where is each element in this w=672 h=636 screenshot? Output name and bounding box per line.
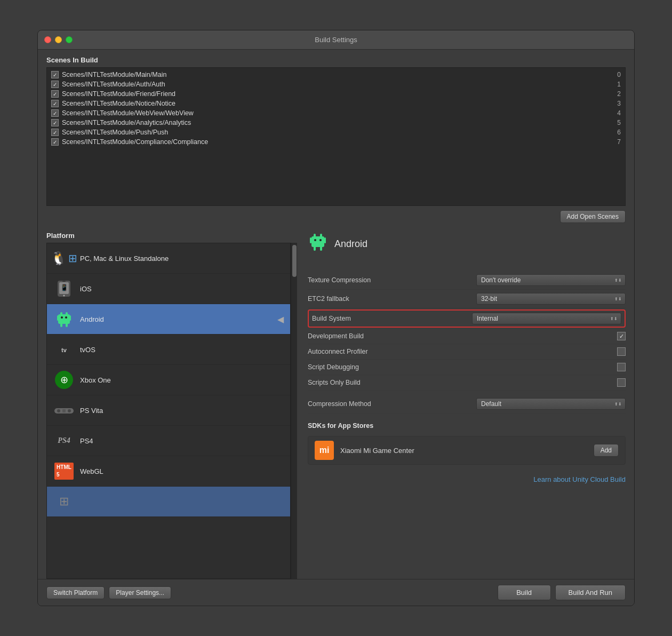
svg-rect-10 [57, 315, 59, 321]
xbox-logo-icon: ⊕ [55, 371, 73, 389]
scene-checkbox-6[interactable] [51, 129, 59, 136]
table-row[interactable]: Scenes/INTLTestModule/Analytics/Analytic… [47, 118, 625, 128]
scene-checkbox-2[interactable] [51, 90, 59, 98]
platform-item-more[interactable]: ⊞ [47, 487, 290, 517]
titlebar-buttons [44, 36, 73, 43]
table-row[interactable]: Scenes/INTLTestModule/WebView/WebView 4 [47, 108, 625, 118]
platform-item-android[interactable]: Android ◀ [47, 304, 290, 335]
build-system-dropdown[interactable]: Internal [472, 313, 621, 324]
svg-rect-3 [62, 281, 66, 282]
scene-checkbox-5[interactable] [51, 119, 59, 126]
svg-rect-24 [324, 237, 326, 243]
scene-index-3: 3 [617, 100, 621, 107]
table-row[interactable]: Scenes/INTLTestModule/Push/Push 6 [47, 128, 625, 137]
ios-icon: 📱 [53, 278, 75, 299]
xiaomi-icon: mi [315, 441, 334, 460]
platform-item-tvos[interactable]: tv tvOS [47, 335, 290, 365]
close-button[interactable] [44, 36, 51, 43]
table-row[interactable]: Scenes/INTLTestModule/Compliance/Complia… [47, 137, 625, 147]
scene-left: Scenes/INTLTestModule/Main/Main [51, 71, 166, 78]
platform-name-pc: PC, Mac & Linux Standalone [80, 255, 169, 263]
svg-rect-13 [66, 323, 68, 327]
scene-path-6: Scenes/INTLTestModule/Push/Push [62, 129, 168, 136]
webgl-logo-icon: HTML5 [54, 463, 74, 480]
build-buttons-row: Build Build And Run [498, 585, 626, 600]
autoconnect-profiler-label: Autoconnect Profiler [308, 348, 368, 355]
platform-right-panel: Android Texture Compression Don't overri… [297, 232, 626, 579]
texture-compression-row: Texture Compression Don't override [308, 271, 626, 290]
webgl-icon: HTML5 [53, 460, 75, 482]
development-build-row: Development Build [308, 329, 626, 344]
player-settings-button[interactable]: Player Settings... [109, 586, 171, 599]
scene-checkbox-1[interactable] [51, 81, 59, 88]
scripts-only-checkbox[interactable] [617, 378, 626, 387]
build-and-run-button[interactable]: Build And Run [555, 585, 626, 600]
platform-list-wrapper: 🐧 ⊞ PC, Mac & Linux Standalone [46, 243, 297, 579]
platform-item-pc[interactable]: 🐧 ⊞ PC, Mac & Linux Standalone [47, 243, 290, 274]
maximize-button[interactable] [66, 36, 73, 43]
table-row[interactable]: Scenes/INTLTestModule/Friend/Friend 2 [47, 89, 625, 99]
scene-checkbox-0[interactable] [51, 71, 59, 78]
etc2-fallback-dropdown[interactable]: 32-bit [476, 293, 626, 305]
platform-section-title: Platform [46, 232, 297, 240]
compression-method-label: Compression Method [308, 400, 371, 408]
platform-name-tvos: tvOS [80, 346, 95, 354]
table-row[interactable]: Scenes/INTLTestModule/Main/Main 0 [47, 70, 625, 79]
minimize-button[interactable] [55, 36, 62, 43]
build-button[interactable]: Build [498, 585, 551, 600]
scenes-section-title: Scenes In Build [46, 56, 626, 64]
scene-path-5: Scenes/INTLTestModule/Analytics/Analytic… [62, 119, 191, 126]
scene-left: Scenes/INTLTestModule/Compliance/Complia… [51, 138, 208, 146]
android-icon [53, 308, 75, 330]
build-settings-window: Build Settings Scenes In Build Scenes/IN… [37, 30, 635, 606]
svg-point-22 [319, 239, 322, 241]
scenes-footer: Add Open Scenes [46, 210, 626, 223]
development-build-checkbox[interactable] [617, 332, 626, 340]
scene-path-1: Scenes/INTLTestModule/Auth/Auth [62, 81, 165, 88]
platform-name-xbox: Xbox One [80, 376, 111, 384]
tv-text: tv [61, 347, 67, 353]
platform-item-ps4[interactable]: PS4 PS4 [47, 426, 290, 456]
sdks-section: SDKs for App Stores mi Xiaomi Mi Game Ce… [308, 418, 626, 465]
switch-platform-button[interactable]: Switch Platform [46, 586, 105, 599]
autoconnect-profiler-checkbox[interactable] [617, 347, 626, 356]
tvos-icon: tv [53, 339, 75, 360]
scene-index-6: 6 [617, 129, 621, 136]
svg-rect-12 [60, 323, 62, 327]
add-open-scenes-button[interactable]: Add Open Scenes [560, 210, 626, 223]
cloud-build-link[interactable]: Learn about Unity Cloud Build [533, 475, 626, 483]
compression-method-dropdown[interactable]: Default [476, 398, 626, 410]
platform-section: Platform 🐧 ⊞ PC, Mac & Linux Standalon [46, 232, 626, 579]
platform-item-xboxone[interactable]: ⊕ Xbox One [47, 365, 290, 395]
bottom-right-buttons: Build Build And Run [498, 585, 626, 600]
scene-index-7: 7 [617, 138, 621, 146]
platform-name-ios: iOS [80, 285, 92, 293]
scrollbar-thumb[interactable] [292, 245, 297, 277]
texture-compression-dropdown[interactable]: Don't override [476, 274, 626, 286]
scene-checkbox-4[interactable] [51, 109, 59, 117]
platform-item-webgl[interactable]: HTML5 WebGL [47, 456, 290, 487]
svg-rect-7 [66, 312, 68, 315]
svg-rect-23 [310, 237, 311, 243]
scene-checkbox-3[interactable] [51, 100, 59, 107]
xiaomi-add-button[interactable]: Add [594, 444, 619, 457]
windows-icon: ⊞ [68, 252, 77, 265]
window-title: Build Settings [315, 36, 357, 44]
platform-list: 🐧 ⊞ PC, Mac & Linux Standalone [46, 243, 291, 579]
scenes-section: Scenes In Build Scenes/INTLTestModule/Ma… [46, 56, 626, 223]
svg-rect-20 [320, 234, 322, 237]
bottom-left-buttons: Switch Platform Player Settings... [46, 586, 493, 599]
platform-item-psvita[interactable]: PS Vita [47, 395, 290, 426]
svg-rect-25 [314, 246, 316, 251]
platform-item-ios[interactable]: 📱 iOS [47, 274, 290, 304]
platform-scrollbar[interactable] [291, 243, 297, 579]
script-debugging-checkbox[interactable] [617, 363, 626, 371]
scene-checkbox-7[interactable] [51, 138, 59, 146]
platform-name-webgl: WebGL [80, 467, 103, 475]
table-row[interactable]: Scenes/INTLTestModule/Notice/Notice 3 [47, 99, 625, 108]
compression-method-row: Compression Method Default [308, 395, 626, 414]
table-row[interactable]: Scenes/INTLTestModule/Auth/Auth 1 [47, 79, 625, 89]
scene-left: Scenes/INTLTestModule/Push/Push [51, 129, 168, 136]
svg-point-2 [63, 295, 65, 297]
android-selected-arrow: ◀ [277, 314, 284, 324]
